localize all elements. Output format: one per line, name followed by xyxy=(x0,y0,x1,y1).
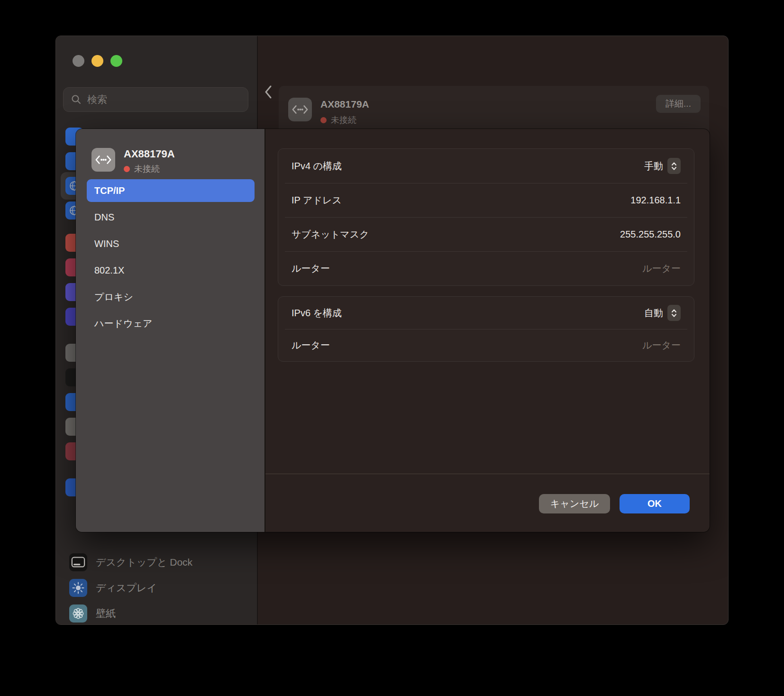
tab-tcpip[interactable]: TCP/IP xyxy=(87,179,255,202)
back-button[interactable] xyxy=(264,85,272,99)
minimize-button[interactable] xyxy=(91,55,103,67)
search-placeholder: 検索 xyxy=(87,93,107,106)
ipv4-settings-card: IPv4 の構成 手動 IP アドレス 192.168.1.1 サブネットマスク… xyxy=(278,148,694,286)
ethernet-adapter-icon xyxy=(91,148,115,172)
tab-dns[interactable]: DNS xyxy=(87,206,255,229)
sidebar-item-desktop-dock[interactable]: デスクトップと Dock xyxy=(69,553,192,572)
ethernet-adapter-icon xyxy=(288,98,312,121)
ipv4-config-label: IPv4 の構成 xyxy=(292,160,342,173)
sidebar-item-wallpaper[interactable]: 壁紙 xyxy=(69,604,116,623)
sheet-nav: TCP/IP DNS WINS 802.1X プロキシ ハードウェア xyxy=(87,179,255,339)
tab-hardware[interactable]: ハードウェア xyxy=(87,312,255,335)
sidebar-item-label: デスクトップと Dock xyxy=(96,556,192,569)
zoom-button[interactable] xyxy=(110,55,122,67)
subnet-mask-field[interactable]: 255.255.255.0 xyxy=(620,229,681,240)
ipv4-router-row: ルーター ルーター xyxy=(278,251,694,285)
ipv4-config-row: IPv4 の構成 手動 xyxy=(278,149,694,183)
ipv4-config-stepper[interactable] xyxy=(667,158,681,174)
display-brightness-icon xyxy=(69,579,87,597)
ip-address-field[interactable]: 192.168.1.1 xyxy=(630,195,681,206)
tab-8021x[interactable]: 802.1X xyxy=(87,259,255,282)
sidebar-item-display[interactable]: ディスプレイ xyxy=(69,578,157,597)
ipv6-settings-card: IPv6 を構成 自動 ルーター ルーター xyxy=(278,296,694,362)
sidebar-item-label: ディスプレイ xyxy=(96,581,157,595)
ipv6-router-row: ルーター ルーター xyxy=(278,329,694,361)
details-button[interactable]: 詳細... xyxy=(656,95,701,113)
ipv6-config-label: IPv6 を構成 xyxy=(292,307,342,320)
sheet-footer: キャンセル OK xyxy=(265,474,710,532)
sheet-sidebar: AX88179A 未接続 TCP/IP DNS WINS 802.1X プロキシ… xyxy=(76,129,264,532)
subnet-mask-row: サブネットマスク 255.255.255.0 xyxy=(278,217,694,251)
status-dot xyxy=(124,166,130,172)
ip-address-label: IP アドレス xyxy=(292,194,342,207)
ipv6-router-field[interactable]: ルーター xyxy=(642,339,681,352)
subnet-mask-label: サブネットマスク xyxy=(292,228,369,241)
ipv4-router-field[interactable]: ルーター xyxy=(642,262,681,275)
status-text: 未接続 xyxy=(331,114,356,126)
desktop-dock-icon xyxy=(69,553,87,571)
wallpaper-flower-icon xyxy=(69,604,87,623)
service-name: AX88179A xyxy=(320,99,369,110)
ip-address-row: IP アドレス 192.168.1.1 xyxy=(278,183,694,217)
search-input[interactable]: 検索 xyxy=(63,87,248,112)
close-button[interactable] xyxy=(73,55,84,67)
tab-proxies[interactable]: プロキシ xyxy=(87,285,255,308)
sheet-service-name: AX88179A xyxy=(124,148,175,160)
tab-wins[interactable]: WINS xyxy=(87,232,255,255)
status-dot xyxy=(320,117,327,123)
ipv6-config-stepper[interactable] xyxy=(667,305,681,321)
ipv4-router-label: ルーター xyxy=(292,262,330,275)
search-icon xyxy=(71,94,82,105)
ok-button[interactable]: OK xyxy=(620,494,690,513)
tcpip-settings-sheet: AX88179A 未接続 TCP/IP DNS WINS 802.1X プロキシ… xyxy=(76,129,710,532)
ipv6-router-label: ルーター xyxy=(292,339,330,352)
sheet-divider xyxy=(264,129,265,532)
ipv4-config-value: 手動 xyxy=(644,160,663,173)
sidebar-item-label: 壁紙 xyxy=(96,607,116,620)
cancel-button[interactable]: キャンセル xyxy=(539,494,610,513)
ipv6-config-value: 自動 xyxy=(644,307,663,320)
ipv6-config-row: IPv6 を構成 自動 xyxy=(278,297,694,329)
status-text: 未接続 xyxy=(134,163,160,174)
